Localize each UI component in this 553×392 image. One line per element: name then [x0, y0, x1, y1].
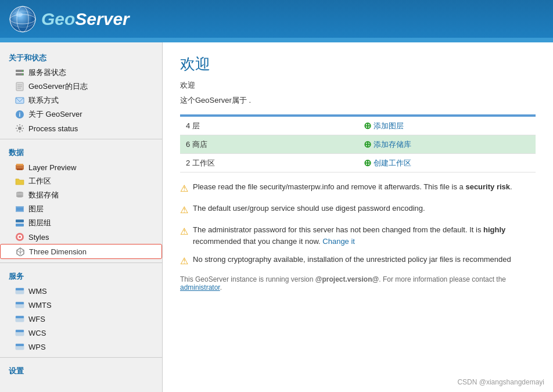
- add-layer-label: 添加图层: [374, 121, 404, 131]
- gear-icon: [15, 123, 25, 134]
- stats-table: 4 层 ⊕ 添加图层 6 商店 ⊕ 添加存储库 2 工作: [180, 114, 536, 172]
- wmts-icon: [15, 300, 25, 310]
- sidebar-section-settings: 设置: [0, 361, 162, 379]
- wps-icon: [15, 341, 25, 352]
- divider-3: [0, 357, 162, 358]
- plus-icon-2: ⊕: [364, 157, 371, 168]
- sidebar-item-wps-label: WPS: [28, 343, 46, 351]
- sidebar-item-workspace-label: 工作区: [28, 176, 51, 186]
- sidebar-item-styles-label: Styles: [28, 233, 49, 242]
- stats-cell-right-1[interactable]: ⊕ 添加存储库: [358, 135, 536, 153]
- header: GeoServer: [0, 0, 553, 38]
- create-workspace-link[interactable]: ⊕ 创建工作区: [364, 157, 530, 168]
- plus-icon-0: ⊕: [364, 120, 371, 131]
- sidebar-item-process-status-label: Process status: [28, 124, 78, 133]
- sidebar-item-contact-label: 联系方式: [28, 95, 59, 106]
- threedim-icon: [15, 246, 26, 257]
- contact-icon: [15, 95, 25, 106]
- svg-rect-19: [17, 168, 23, 170]
- svg-rect-37: [16, 330, 24, 332]
- nav-bar: [0, 38, 553, 42]
- sidebar-section-data: 数据: [0, 143, 162, 160]
- administrator-link[interactable]: administrator: [180, 283, 220, 292]
- sidebar-item-wms[interactable]: WMS: [0, 284, 162, 298]
- stats-cell-right-2[interactable]: ⊕ 创建工作区: [358, 154, 536, 172]
- watermark: CSDN @xiangshangdemayi: [457, 378, 544, 386]
- sidebar-item-server-status[interactable]: 服务器状态: [0, 66, 162, 80]
- svg-point-0: [10, 6, 35, 32]
- sidebar-item-wcs[interactable]: WCS: [0, 326, 162, 340]
- log-icon: [15, 81, 25, 92]
- svg-rect-24: [16, 207, 23, 211]
- sidebar-item-log-label: GeoServer的日志: [28, 81, 88, 92]
- layergroup-icon: [15, 218, 25, 228]
- svg-text:i: i: [19, 112, 21, 118]
- svg-point-4: [16, 12, 23, 17]
- version-note: This GeoServer instance is running versi…: [180, 275, 536, 292]
- page-title: 欢迎: [180, 54, 536, 74]
- sidebar-item-wfs-label: WFS: [28, 315, 45, 323]
- logo-server: Server: [75, 9, 129, 28]
- sidebar-item-layer-label: 图层: [28, 204, 44, 214]
- change-it-link[interactable]: Change it: [322, 237, 355, 246]
- warn-icon-1: ⚠: [180, 182, 188, 196]
- svg-rect-35: [16, 316, 24, 318]
- sidebar: 关于和状态 服务器状态 GeoServer的日志 联系方式 i 关于 GeoSe…: [0, 42, 163, 392]
- folder-icon: [15, 176, 25, 186]
- logo-geo: Geo: [41, 9, 75, 28]
- layers-icon: [15, 162, 25, 172]
- svg-rect-25: [16, 220, 24, 222]
- divider-2: [0, 262, 162, 263]
- sidebar-item-layer-preview-label: Layer Preview: [28, 163, 76, 172]
- warn-icon-4: ⚠: [180, 254, 188, 268]
- server-icon: [15, 67, 25, 78]
- warn-text-2: The default user/group service should us…: [193, 203, 425, 214]
- layer-icon: [15, 204, 25, 214]
- sidebar-item-layer-preview[interactable]: Layer Preview: [0, 160, 162, 174]
- svg-point-22: [16, 195, 23, 197]
- sidebar-item-wmts[interactable]: WMTS: [0, 298, 162, 312]
- plus-icon-1: ⊕: [364, 139, 371, 150]
- svg-point-16: [18, 127, 21, 130]
- wms-icon: [15, 286, 25, 296]
- main-layout: 关于和状态 服务器状态 GeoServer的日志 联系方式 i 关于 GeoSe…: [0, 42, 553, 392]
- svg-rect-39: [16, 344, 24, 346]
- welcome-text: 欢迎: [180, 80, 536, 91]
- logo-area: GeoServer: [9, 5, 130, 33]
- svg-rect-31: [16, 288, 24, 290]
- sidebar-item-wfs[interactable]: WFS: [0, 312, 162, 326]
- belongs-text: 这个GeoServer属于 .: [180, 95, 536, 106]
- create-workspace-label: 创建工作区: [374, 158, 411, 168]
- sidebar-item-log[interactable]: GeoServer的日志: [0, 80, 162, 93]
- sidebar-item-workspace[interactable]: 工作区: [0, 174, 162, 188]
- warning-3: ⚠ The administrator password for this se…: [180, 224, 536, 247]
- sidebar-item-about[interactable]: i 关于 GeoServer: [0, 107, 162, 121]
- sidebar-item-wps[interactable]: WPS: [0, 340, 162, 354]
- sidebar-item-layer[interactable]: 图层: [0, 202, 162, 216]
- sidebar-item-datastore[interactable]: 数据存储: [0, 188, 162, 202]
- sidebar-item-process-status[interactable]: Process status: [0, 121, 162, 135]
- sidebar-item-server-status-label: 服务器状态: [28, 67, 66, 78]
- add-layer-link[interactable]: ⊕ 添加图层: [364, 120, 530, 131]
- logo-globe: [9, 5, 37, 33]
- sidebar-item-styles[interactable]: Styles: [0, 230, 162, 244]
- sidebar-item-datastore-label: 数据存储: [28, 190, 59, 200]
- stats-row-0: 4 层 ⊕ 添加图层: [180, 116, 536, 135]
- warning-4: ⚠ No strong cryptography available, inst…: [180, 254, 536, 268]
- sidebar-item-layergroup-label: 图层组: [28, 218, 51, 228]
- logo-text: GeoServer: [41, 9, 130, 29]
- divider-1: [0, 139, 162, 139]
- stats-cell-right-0[interactable]: ⊕ 添加图层: [358, 117, 536, 135]
- add-store-link[interactable]: ⊕ 添加存储库: [364, 139, 530, 150]
- stats-cell-left-0: 4 层: [180, 117, 358, 135]
- add-store-label: 添加存储库: [374, 139, 411, 150]
- svg-point-8: [22, 74, 23, 75]
- sidebar-item-layergroup[interactable]: 图层组: [0, 216, 162, 230]
- warn-text-1: Please read the file security/masterpw.i…: [193, 181, 512, 193]
- sidebar-item-about-label: 关于 GeoServer: [28, 109, 82, 120]
- stats-cell-left-1: 6 商店: [180, 136, 358, 153]
- styles-icon: [15, 232, 25, 242]
- warn-text-4: No strong cryptography available, instal…: [193, 254, 511, 265]
- sidebar-item-contact[interactable]: 联系方式: [0, 93, 162, 107]
- sidebar-item-three-dimension[interactable]: Three Dimension: [0, 244, 162, 259]
